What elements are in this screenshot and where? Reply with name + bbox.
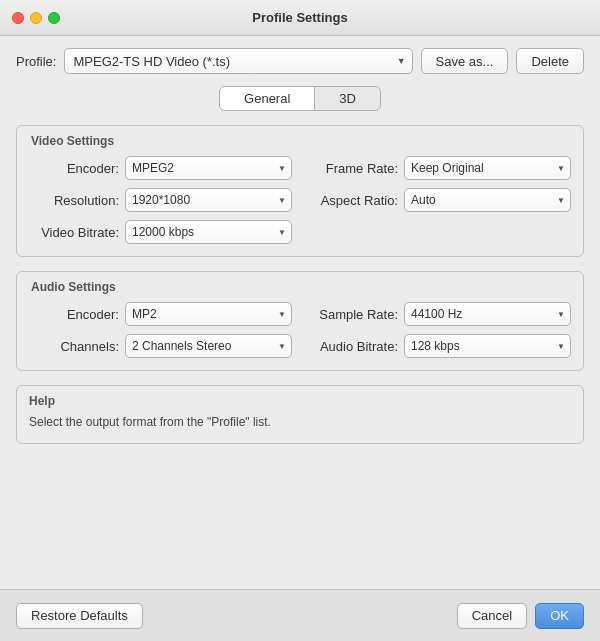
video-bitrate-label: Video Bitrate: [29, 225, 119, 240]
audio-bitrate-row: Audio Bitrate: 128 kbps ▼ [308, 334, 571, 358]
video-bitrate-select-wrapper: 12000 kbps ▼ [125, 220, 292, 244]
window-title: Profile Settings [252, 10, 347, 25]
sample-rate-select[interactable]: 44100 Hz [404, 302, 571, 326]
profile-select[interactable]: MPEG2-TS HD Video (*.ts) [64, 48, 412, 74]
audio-encoder-row: Encoder: MP2 ▼ [29, 302, 292, 326]
resolution-select-wrapper: 1920*1080 ▼ [125, 188, 292, 212]
profile-row: Profile: MPEG2-TS HD Video (*.ts) ▼ Save… [16, 48, 584, 74]
tabs-container: General 3D [219, 86, 381, 111]
aspect-ratio-select[interactable]: Auto [404, 188, 571, 212]
aspect-ratio-row: Aspect Ratio: Auto ▼ [308, 188, 571, 212]
resolution-row: Resolution: 1920*1080 ▼ [29, 188, 292, 212]
ok-button[interactable]: OK [535, 603, 584, 629]
audio-encoder-select-wrapper: MP2 ▼ [125, 302, 292, 326]
audio-bitrate-select-wrapper: 128 kbps ▼ [404, 334, 571, 358]
frame-rate-label: Frame Rate: [308, 161, 398, 176]
tabs-row: General 3D [16, 86, 584, 111]
frame-rate-row: Frame Rate: Keep Original ▼ [308, 156, 571, 180]
frame-rate-select-wrapper: Keep Original ▼ [404, 156, 571, 180]
aspect-ratio-label: Aspect Ratio: [308, 193, 398, 208]
channels-row: Channels: 2 Channels Stereo ▼ [29, 334, 292, 358]
close-button[interactable] [12, 12, 24, 24]
audio-encoder-select[interactable]: MP2 [125, 302, 292, 326]
resolution-label: Resolution: [29, 193, 119, 208]
video-bitrate-select[interactable]: 12000 kbps [125, 220, 292, 244]
encoder-select[interactable]: MPEG2 [125, 156, 292, 180]
profile-label: Profile: [16, 54, 56, 69]
audio-encoder-label: Encoder: [29, 307, 119, 322]
channels-select-wrapper: 2 Channels Stereo ▼ [125, 334, 292, 358]
maximize-button[interactable] [48, 12, 60, 24]
delete-button[interactable]: Delete [516, 48, 584, 74]
sample-rate-row: Sample Rate: 44100 Hz ▼ [308, 302, 571, 326]
bottom-bar: Restore Defaults Cancel OK [0, 589, 600, 641]
video-settings-section: Video Settings Encoder: MPEG2 ▼ Frame Ra… [16, 125, 584, 257]
aspect-ratio-select-wrapper: Auto ▼ [404, 188, 571, 212]
audio-settings-title: Audio Settings [31, 280, 571, 294]
audio-bitrate-label: Audio Bitrate: [308, 339, 398, 354]
profile-select-container: MPEG2-TS HD Video (*.ts) ▼ [64, 48, 412, 74]
cancel-button[interactable]: Cancel [457, 603, 527, 629]
title-bar: Profile Settings [0, 0, 600, 36]
help-text: Select the output format from the "Profi… [29, 414, 571, 431]
resolution-select[interactable]: 1920*1080 [125, 188, 292, 212]
video-settings-grid: Encoder: MPEG2 ▼ Frame Rate: Keep Origin… [29, 156, 571, 244]
channels-label: Channels: [29, 339, 119, 354]
frame-rate-select[interactable]: Keep Original [404, 156, 571, 180]
help-section: Help Select the output format from the "… [16, 385, 584, 444]
bottom-right-buttons: Cancel OK [457, 603, 584, 629]
audio-settings-grid: Encoder: MP2 ▼ Sample Rate: 44100 Hz ▼ [29, 302, 571, 358]
save-as-button[interactable]: Save as... [421, 48, 509, 74]
sample-rate-select-wrapper: 44100 Hz ▼ [404, 302, 571, 326]
encoder-label: Encoder: [29, 161, 119, 176]
tab-general[interactable]: General [220, 87, 315, 110]
tab-3d[interactable]: 3D [315, 87, 380, 110]
audio-bitrate-select[interactable]: 128 kbps [404, 334, 571, 358]
traffic-lights [12, 12, 60, 24]
restore-defaults-button[interactable]: Restore Defaults [16, 603, 143, 629]
channels-select[interactable]: 2 Channels Stereo [125, 334, 292, 358]
video-bitrate-row: Video Bitrate: 12000 kbps ▼ [29, 220, 292, 244]
video-settings-title: Video Settings [31, 134, 571, 148]
main-content: Profile: MPEG2-TS HD Video (*.ts) ▼ Save… [0, 36, 600, 589]
encoder-select-wrapper: MPEG2 ▼ [125, 156, 292, 180]
audio-settings-section: Audio Settings Encoder: MP2 ▼ Sample Rat… [16, 271, 584, 371]
sample-rate-label: Sample Rate: [308, 307, 398, 322]
encoder-row: Encoder: MPEG2 ▼ [29, 156, 292, 180]
help-title: Help [29, 394, 571, 408]
minimize-button[interactable] [30, 12, 42, 24]
